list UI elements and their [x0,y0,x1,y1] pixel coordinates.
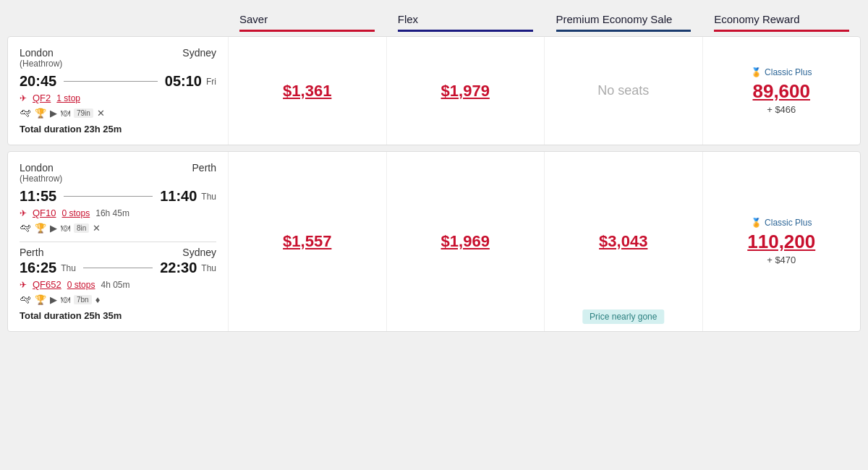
qantas-logo-2b: ✈ [20,280,27,290]
stops-2a[interactable]: 0 stops [62,208,90,218]
classic-plus-label-1: Classic Plus [765,67,812,77]
qantas-logo-2a: ✈ [20,208,27,218]
origin-block-1: London (Heathrow) [20,47,62,72]
reward-icon-2: 🏅 [751,218,762,228]
flight-info-1: London (Heathrow) Sydney 20:45 05:10 Fri… [8,37,229,145]
arrive-time-2b: 22:30 [160,260,197,276]
depart-time-2b: 16:25 [20,260,56,276]
aircraft-icon-1: 🛩 [20,106,31,119]
diamond-icon-2b: ♦ [95,294,101,305]
video-icon-2a: ▶ [50,223,57,234]
dest-city-1: Sydney [182,47,216,59]
route-row-1: London (Heathrow) Sydney [20,47,216,72]
flex-amount-2[interactable]: $1,969 [441,232,490,251]
reward-price-2[interactable]: 🏅 Classic Plus 110,200 + $470 [703,152,861,331]
depart-time-2a: 11:55 [20,188,56,205]
saver-label: Saver [239,13,268,25]
total-duration-2: Total duration 25h 35m [20,310,216,321]
wifi-icon-1: ✕ [97,108,105,119]
header-premium: Premium Economy Sale [545,7,703,36]
premium-amount-2[interactable]: $3,043 [599,232,647,251]
meal-icon-2b: 🍽 [61,294,70,305]
price-cells-1: $1,361 $1,979 No seats 🏅 Classic Plus 89… [229,37,860,145]
time-row-2a: 11:55 11:40 Thu [20,188,216,205]
origin-block-2a: London (Heathrow) [20,162,62,187]
flight-meta-2a: ✈ QF10 0 stops 16h 45m [20,208,216,218]
flex-amount-1[interactable]: $1,979 [441,82,490,101]
reward-pts-1[interactable]: 89,600 [751,80,812,103]
premium-price-2[interactable]: $3,043 Price nearly gone [545,152,703,331]
arrive-day-2a: Thu [201,192,216,202]
premium-price-1: No seats [545,37,703,145]
origin-city-2a: London [20,162,62,174]
route-row-2a: London (Heathrow) Perth [20,162,216,187]
header-flex: Flex [386,7,545,36]
time-line-2a [64,196,153,197]
aircraft-icon-2b: 🛩 [20,293,31,306]
no-seats-1: No seats [597,83,649,98]
depart-time-1: 20:45 [20,73,56,90]
dest-city-2b: Sydney [182,247,216,258]
premium-label: Premium Economy Sale [556,13,673,25]
fare-header-row: Saver Flex Premium Economy Sale Economy … [228,7,861,36]
duration-2b: 4h 05m [101,280,129,290]
price-nearly-gone-badge: Price nearly gone [582,309,664,324]
stops-1[interactable]: 1 stop [56,93,80,103]
origin-block-2b: Perth [20,247,43,258]
flex-price-2[interactable]: $1,969 [387,152,545,331]
origin-sub-2a: (Heathrow) [20,174,62,184]
trophy-icon-1: 🏆 [35,108,46,119]
meal-icon-1: 🍽 [61,108,70,119]
flight-number-2b[interactable]: QF652 [33,279,61,290]
classic-plus-label-2: Classic Plus [765,218,812,228]
saver-price-2[interactable]: $1,557 [229,152,387,331]
amenities-row-2a: 🛩 🏆 ▶ 🍽 8in ✕ [20,221,216,234]
flight-info-2: London (Heathrow) Perth 11:55 11:40 Thu … [8,152,229,331]
reward-label: Economy Reward [714,13,799,25]
trophy-icon-2b: 🏆 [35,294,46,305]
origin-sub-1: (Heathrow) [20,59,62,69]
header-saver: Saver [228,7,386,36]
seat-badge-2a: 8in [74,223,89,233]
arrive-time-2a: 11:40 [160,188,197,205]
aircraft-icon-2a: 🛩 [20,221,31,234]
arrive-day-2b: Thu [201,263,216,273]
header-reward: Economy Reward [702,7,861,36]
flex-price-1[interactable]: $1,979 [387,37,545,145]
saver-amount-2[interactable]: $1,557 [283,232,331,251]
reward-block-1: 🏅 Classic Plus 89,600 + $466 [751,67,812,115]
stops-2b[interactable]: 0 stops [67,280,95,290]
time-row-2b: 16:25 Thu 22:30 Thu [20,260,216,276]
saver-amount-1[interactable]: $1,361 [283,82,331,101]
time-row-1: 20:45 05:10 Fri [20,73,216,90]
video-icon-2b: ▶ [50,294,57,305]
trophy-icon-2a: 🏆 [35,223,46,234]
reward-price-1[interactable]: 🏅 Classic Plus 89,600 + $466 [703,37,861,145]
amenities-row-2b: 🛩 🏆 ▶ 🍽 7bn ♦ [20,293,216,306]
arrive-day-1: Fri [206,77,216,87]
origin-city-2b: Perth [20,247,43,258]
flight-number-2a[interactable]: QF10 [33,208,56,218]
flight-number-1[interactable]: QF2 [33,93,51,103]
seat-badge-1: 79in [74,108,93,118]
classic-plus-2: 🏅 Classic Plus [747,218,815,228]
flight-results-container: Saver Flex Premium Economy Sale Economy … [7,7,861,338]
saver-price-1[interactable]: $1,361 [229,37,387,145]
depart-day-2b: Thu [61,263,76,273]
video-icon-1: ▶ [50,108,57,119]
arrive-time-1: 05:10 [165,73,202,90]
classic-plus-1: 🏅 Classic Plus [751,67,812,77]
origin-city-1: London [20,47,62,59]
duration-2a: 16h 45m [95,208,129,218]
segment-divider-2 [20,242,216,242]
amenities-row-1: 🛩 🏆 ▶ 🍽 79in ✕ [20,106,216,119]
seat-badge-2b: 7bn [74,295,92,304]
flight-meta-2b: ✈ QF652 0 stops 4h 05m [20,279,216,290]
wifi-icon-2a: ✕ [93,223,101,234]
reward-extra-2: + $470 [747,255,815,265]
flight-card-1: London (Heathrow) Sydney 20:45 05:10 Fri… [7,36,861,145]
flex-label: Flex [398,13,418,25]
reward-extra-1: + $466 [751,104,812,115]
meal-icon-2a: 🍽 [61,223,70,234]
reward-pts-2[interactable]: 110,200 [747,231,815,253]
